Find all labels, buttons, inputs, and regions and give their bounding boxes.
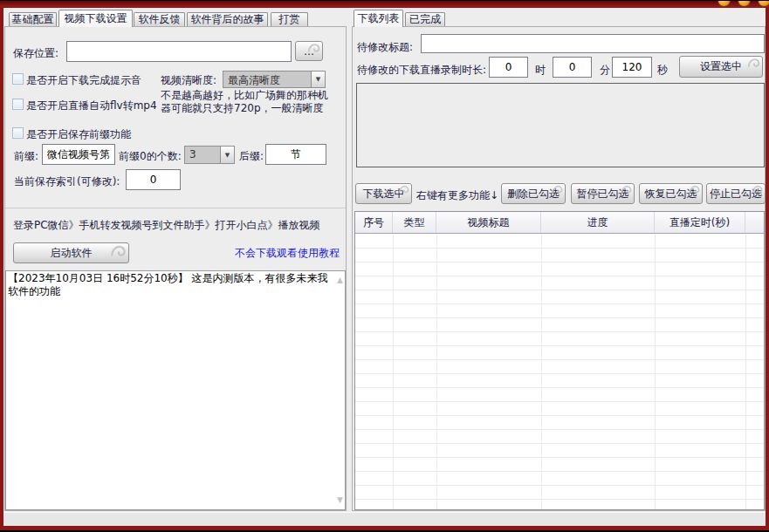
duration-seconds-input[interactable]: [612, 57, 652, 78]
save-location-label: 保存位置:: [13, 46, 58, 61]
cloud-swirl-icon: [307, 42, 321, 56]
window-frame: 基础配置 视频下载设置 软件反馈 软件背后的故事 打赏 保存位置: …: [0, 1, 769, 530]
right-tabpage: 待修改标题: 待修改的下载直播录制时长: 时 分 秒 设置选中 下载选: [352, 26, 766, 511]
tab-label: 已完成: [409, 12, 441, 27]
column-gridline: [655, 235, 656, 509]
suffix-label: 后缀:: [239, 149, 264, 164]
save-index-input[interactable]: [126, 169, 181, 190]
info-box: [356, 83, 765, 167]
tab-donate[interactable]: 打赏: [271, 12, 308, 26]
tab-software-feedback[interactable]: 软件反馈: [134, 12, 185, 26]
minimize-window-icon[interactable]: [718, 1, 731, 7]
pending-title-label: 待修改标题:: [357, 40, 413, 55]
pause-checked-button[interactable]: 暂停已勾选: [571, 183, 635, 204]
cloud-swirl-icon: [552, 184, 564, 196]
tab-download-list[interactable]: 下载列表: [354, 10, 403, 27]
tab-label: 视频下载设置: [65, 11, 127, 26]
cloud-swirl-icon: [689, 184, 701, 196]
app-window: 基础配置 视频下载设置 软件反馈 软件背后的故事 打赏 保存位置: …: [0, 0, 769, 532]
titlebar[interactable]: [0, 1, 769, 7]
clarity-hint-line2: 器可能就只支持720p，一般清晰度: [161, 102, 328, 115]
pending-title-input[interactable]: [421, 34, 765, 53]
tab-completed[interactable]: 已完成: [405, 12, 445, 26]
column-gridline: [393, 235, 394, 509]
launch-software-label: 启动软件: [51, 246, 93, 261]
browse-folder-button[interactable]: …: [295, 41, 323, 61]
clarity-dropdown[interactable]: 最高清晰度 ▼: [223, 71, 326, 88]
section-divider: [5, 208, 346, 208]
column-header-title[interactable]: 视频标题: [436, 212, 541, 233]
clarity-hint-line1: 不是越高越好，比如广场舞的那种机: [161, 89, 328, 102]
clarity-value: 最高清晰度: [223, 72, 311, 87]
cloud-swirl-icon: [747, 57, 761, 71]
tab-basic-config[interactable]: 基础配置: [9, 12, 57, 26]
tab-label: 软件背后的故事: [191, 12, 264, 27]
set-selected-label: 设置选中: [700, 59, 742, 74]
tab-video-download-settings[interactable]: 视频下载设置: [58, 10, 133, 27]
column-header-spacer: [745, 212, 764, 233]
flv-convert-checkbox[interactable]: [12, 99, 24, 110]
duration-label: 待修改的下载直播录制时长:: [357, 63, 486, 78]
tab-label: 打赏: [279, 12, 300, 27]
seconds-unit-label: 秒: [657, 63, 668, 78]
zero-count-label: 前缀0的个数:: [119, 149, 182, 164]
resume-checked-button[interactable]: 恢复已勾选: [639, 183, 703, 204]
table-header-row: 序号 类型 视频标题 进度 直播定时(秒): [355, 212, 764, 234]
status-bar: [3, 512, 766, 526]
tab-label: 下载列表: [358, 11, 400, 26]
save-index-label: 当前保存索引(可修改):: [14, 174, 120, 189]
clarity-label: 视频清晰度:: [161, 73, 216, 88]
tab-label: 基础配置: [12, 12, 54, 27]
cloud-swirl-icon: [398, 184, 410, 196]
save-prefix-checkbox[interactable]: [12, 127, 24, 139]
zero-count-dropdown[interactable]: 3 ▼: [184, 146, 235, 164]
stop-checked-button[interactable]: 停止已勾选: [706, 183, 766, 204]
download-list-table: 序号 类型 视频标题 进度 直播定时(秒): [354, 211, 765, 510]
duration-hours-input[interactable]: [489, 57, 528, 78]
chevron-down-icon[interactable]: ▼: [220, 147, 234, 163]
download-sound-checkbox[interactable]: [12, 73, 24, 85]
column-gridline: [436, 235, 437, 509]
left-tabpage: 保存位置: … 是否开启下载完成提示音 视频清晰度: 最高清晰度 ▼ 不是越高越…: [4, 26, 347, 511]
tab-story-behind-software[interactable]: 软件背后的故事: [187, 12, 268, 26]
column-header-live-timer[interactable]: 直播定时(秒): [655, 212, 745, 233]
hours-unit-label: 时: [535, 63, 546, 78]
cloud-swirl-icon: [752, 184, 764, 196]
column-header-type[interactable]: 类型: [393, 212, 436, 233]
tutorial-link[interactable]: 不会下载观看使用教程: [235, 246, 340, 261]
cloud-swirl-icon: [110, 243, 127, 261]
prefix-input[interactable]: [42, 144, 115, 165]
usage-guide-text: 登录PC微信》手机转发视频号到文件助手》打开小白点》播放视频: [13, 218, 320, 233]
tab-label: 软件反馈: [139, 12, 181, 27]
save-location-input[interactable]: [66, 41, 292, 62]
suffix-input[interactable]: [265, 144, 326, 165]
column-gridline: [541, 235, 542, 509]
maximize-window-icon[interactable]: [738, 1, 751, 7]
close-window-icon[interactable]: [758, 1, 769, 7]
log-text: 【2023年10月03日 16时52分10秒】 这是内测版本，有很多未来我软件的…: [8, 272, 328, 297]
download-selected-button[interactable]: 下载选中: [355, 183, 412, 204]
prefix-label: 前缀:: [14, 149, 38, 164]
duration-minutes-input[interactable]: [553, 57, 592, 78]
flv-convert-label: 是否开启直播自动flv转mp4: [26, 99, 157, 113]
table-body-empty[interactable]: [355, 235, 764, 509]
minutes-unit-label: 分: [600, 63, 610, 78]
scroll-up-icon[interactable]: ▲: [337, 274, 343, 287]
right-click-hint: 右键有更多功能↓: [416, 188, 498, 203]
launch-software-button[interactable]: 启动软件: [13, 242, 129, 263]
cloud-swirl-icon: [621, 184, 633, 196]
column-header-progress[interactable]: 进度: [541, 212, 655, 233]
delete-checked-button[interactable]: 删除已勾选: [501, 183, 566, 204]
chevron-down-icon[interactable]: ▼: [311, 72, 325, 87]
log-textarea[interactable]: 【2023年10月03日 16时52分10秒】 这是内测版本，有很多未来我软件的…: [5, 270, 346, 510]
set-selected-button[interactable]: 设置选中: [679, 56, 763, 78]
scroll-down-icon[interactable]: ▼: [337, 494, 343, 507]
clarity-hint: 不是越高越好，比如广场舞的那种机 器可能就只支持720p，一般清晰度: [161, 89, 328, 115]
column-header-index[interactable]: 序号: [355, 212, 393, 233]
save-prefix-label: 是否开启保存前缀功能: [26, 127, 131, 142]
column-gridline: [745, 235, 746, 509]
zero-count-value: 3: [185, 147, 220, 163]
download-sound-label: 是否开启下载完成提示音: [26, 73, 141, 88]
client-area: 基础配置 视频下载设置 软件反馈 软件背后的故事 打赏 保存位置: …: [3, 8, 766, 526]
